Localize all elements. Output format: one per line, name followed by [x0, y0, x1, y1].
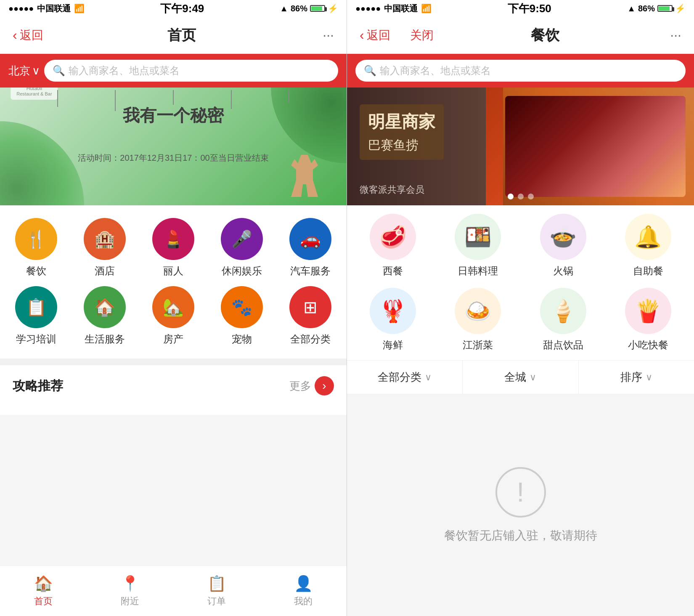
nearby-icon: 📍 [121, 575, 140, 592]
category-icon-dining: 🍴 [15, 218, 57, 260]
food-item-jiangzhe[interactable]: 🍛 江浙菜 [436, 288, 519, 352]
food-label-hotpot: 火锅 [553, 264, 573, 278]
left-phone: ●●●●● 中国联通 📶 下午9:49 ▲ 86% ⚡ ‹ 返回 首页 ··· … [0, 0, 347, 616]
search-input-left[interactable]: 🔍 输入商家名、地点或菜名 [44, 60, 338, 82]
filter-sort[interactable]: 排序 ∨ [579, 361, 694, 394]
bottom-nav-mine[interactable]: 👤 我的 [260, 566, 347, 616]
back-button-left[interactable]: ‹ 返回 [13, 27, 55, 43]
category-label-hotel: 酒店 [95, 264, 115, 278]
food-item-dessert[interactable]: 🍦 甜点饮品 [522, 288, 605, 352]
signal-dots: ●●●●● [8, 4, 34, 13]
back-close-group: ‹ 返回 关闭 [360, 27, 434, 43]
dot-2 [518, 194, 524, 199]
category-label-leisure: 休闲娱乐 [222, 264, 262, 278]
search-placeholder-right: 输入商家名、地点或菜名 [380, 64, 491, 77]
food-icon-hotpot: 🍲 [540, 214, 586, 260]
chevron-left-icon-left: ‹ [13, 27, 17, 43]
food-item-seafood[interactable]: 🦞 海鲜 [351, 288, 434, 352]
guide-section: 攻略推荐 更多 › [0, 365, 347, 415]
category-item-dining[interactable]: 🍴 餐饮 [4, 218, 69, 278]
category-item-pet[interactable]: 🐾 宠物 [209, 286, 274, 346]
filter-city[interactable]: 全城 ∨ [463, 361, 578, 394]
food-item-korean[interactable]: 🍱 日韩料理 [436, 214, 519, 278]
category-item-life[interactable]: 🏠 生活服务 [73, 286, 137, 346]
filter-sort-label: 排序 [620, 370, 642, 385]
banner-text-left: 湖桃里 Hutaoli Restaurant & Bar 我有一个秘密 活动时间… [78, 117, 268, 176]
category-label-study: 学习培训 [16, 332, 56, 346]
category-label-life: 生活服务 [85, 332, 125, 346]
gps-icon-left: ▲ [280, 4, 288, 13]
plant-decoration-left [0, 121, 84, 205]
banner-right[interactable]: 明星商家 巴赛鱼捞 微客派共享会员 [347, 88, 694, 205]
category-item-car[interactable]: 🚗 汽车服务 [278, 218, 342, 278]
category-item-study[interactable]: 📋 学习培训 [4, 286, 69, 346]
category-item-leisure[interactable]: 🎤 休闲娱乐 [209, 218, 274, 278]
close-button[interactable]: 关闭 [410, 27, 434, 43]
filter-category-arrow: ∨ [425, 372, 432, 383]
order-label: 订单 [207, 595, 226, 608]
dot-3 [528, 194, 534, 199]
location-label: 北京 [8, 64, 30, 78]
bolt-icon-right: ⚡ [675, 3, 686, 13]
category-item-all[interactable]: ⊞ 全部分类 [278, 286, 342, 346]
search-input-right[interactable]: 🔍 输入商家名、地点或菜名 [355, 60, 686, 82]
location-button[interactable]: 北京 ∨ [8, 64, 40, 78]
more-arrow-icon: › [315, 376, 334, 396]
time-left: 下午9:49 [160, 1, 204, 16]
empty-text: 餐饮暂无店铺入驻，敬请期待 [444, 528, 597, 544]
food-label-western: 西餐 [383, 264, 403, 278]
status-right-info-left: ▲ 86% ⚡ [280, 3, 338, 13]
nav-bar-right: ‹ 返回 关闭 餐饮 ··· [347, 17, 694, 54]
search-icon-left: 🔍 [53, 65, 65, 77]
status-right-right-info: ▲ 86% ⚡ [627, 3, 686, 13]
category-label-house: 房产 [163, 332, 183, 346]
food-icon-western: 🥩 [370, 214, 416, 260]
bottom-nav-order[interactable]: 📋 订单 [173, 566, 260, 616]
food-grid: 🥩 西餐 🍱 日韩料理 🍲 火锅 🔔 自助餐 🦞 海鲜 🍛 江浙菜 [351, 214, 690, 352]
category-icon-house: 🏡 [152, 286, 194, 328]
filter-city-label: 全城 [504, 370, 526, 385]
order-icon: 📋 [207, 575, 226, 592]
back-label-left: 返回 [20, 27, 43, 43]
category-icon-all: ⊞ [289, 286, 331, 328]
time-right: 下午9:50 [508, 1, 551, 16]
food-item-western[interactable]: 🥩 西餐 [351, 214, 434, 278]
food-icon-snack: 🍟 [625, 288, 671, 334]
category-icon-leisure: 🎤 [221, 218, 263, 260]
back-label-right: 返回 [367, 27, 390, 43]
filter-city-arrow: ∨ [530, 372, 536, 383]
bottom-nav-home[interactable]: 🏠 首页 [0, 566, 87, 616]
category-item-house[interactable]: 🏡 房产 [141, 286, 206, 346]
signal-dots-right: ●●●●● [355, 4, 381, 13]
search-icon-right: 🔍 [364, 65, 376, 77]
food-item-buffet[interactable]: 🔔 自助餐 [607, 214, 690, 278]
mine-label: 我的 [294, 595, 313, 608]
page-title-right: 餐饮 [531, 26, 559, 45]
more-button-right[interactable]: ··· [656, 27, 681, 43]
filter-category[interactable]: 全部分类 ∨ [347, 361, 463, 394]
guide-more-button[interactable]: 更多 › [289, 376, 334, 396]
back-button-right[interactable]: ‹ 返回 [360, 27, 402, 43]
battery-bar-right [657, 5, 673, 12]
banner-merchant-name: 巴赛鱼捞 [368, 137, 435, 154]
battery-pct-left: 86% [291, 4, 307, 13]
bottom-nav-nearby[interactable]: 📍 附近 [87, 566, 173, 616]
food-icon-dessert: 🍦 [540, 288, 586, 334]
bolt-icon-left: ⚡ [328, 3, 338, 13]
category-label-beauty: 丽人 [163, 264, 183, 278]
more-button-left[interactable]: ··· [309, 27, 334, 43]
food-item-hotpot[interactable]: 🍲 火锅 [522, 214, 605, 278]
category-item-beauty[interactable]: 💄 丽人 [141, 218, 206, 278]
battery-pct-right: 86% [638, 4, 655, 13]
guide-more-label: 更多 [289, 379, 311, 393]
category-icon-pet: 🐾 [221, 286, 263, 328]
food-label-dessert: 甜点饮品 [543, 338, 583, 352]
nearby-label: 附近 [121, 595, 139, 608]
location-arrow-icon: ∨ [32, 64, 40, 77]
page-title-left: 首页 [167, 26, 196, 45]
banner-left[interactable]: 湖桃里 Hutaoli Restaurant & Bar 我有一个秘密 活动时间… [0, 88, 347, 205]
banner-star-label: 明星商家 [368, 110, 435, 133]
food-item-snack[interactable]: 🍟 小吃快餐 [607, 288, 690, 352]
search-bar-right: 🔍 输入商家名、地点或菜名 [347, 54, 694, 88]
category-item-hotel[interactable]: 🏨 酒店 [73, 218, 137, 278]
